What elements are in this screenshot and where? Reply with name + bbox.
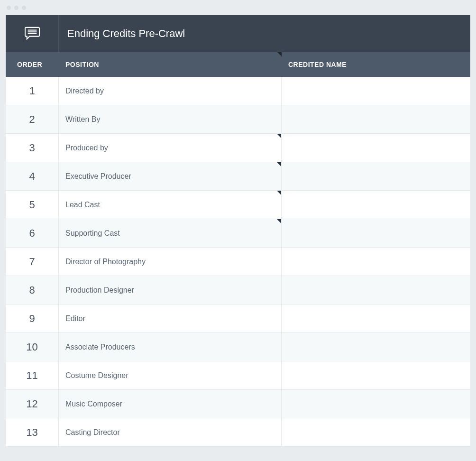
cell-credited-name[interactable] (282, 134, 470, 162)
table-row[interactable]: 12Music Composer (6, 390, 470, 418)
cell-position[interactable]: Lead Cast (59, 191, 282, 219)
table-body: 1Directed by2Written By3Produced by4Exec… (6, 77, 470, 447)
cell-order[interactable]: 11 (6, 361, 59, 389)
table-row[interactable]: 4Executive Producer (6, 162, 470, 191)
table-row[interactable]: 10Associate Producers (6, 333, 470, 361)
cell-order[interactable]: 6 (6, 219, 59, 247)
cell-order[interactable]: 10 (6, 333, 59, 361)
cell-order[interactable]: 2 (6, 105, 59, 133)
cell-credited-name[interactable] (282, 105, 470, 133)
column-header-credited-name[interactable]: CREDITED NAME (282, 52, 470, 77)
window-chrome (0, 0, 476, 15)
cell-order[interactable]: 8 (6, 276, 59, 304)
header-bar: Ending Credits Pre-Crawl (6, 15, 470, 52)
cell-credited-name[interactable] (282, 77, 470, 105)
window-close-dot[interactable] (7, 6, 11, 10)
cell-position[interactable]: Editor (59, 304, 282, 332)
cell-position[interactable]: Music Composer (59, 390, 282, 418)
table-row[interactable]: 1Directed by (6, 77, 470, 105)
cell-order[interactable]: 5 (6, 191, 59, 219)
column-header-position-label: POSITION (65, 61, 99, 68)
app-window: Ending Credits Pre-Crawl ORDER POSITION … (0, 0, 476, 461)
cell-credited-name[interactable] (282, 333, 470, 361)
cell-position[interactable]: Production Designer (59, 276, 282, 304)
table-row[interactable]: 6Supporting Cast (6, 219, 470, 248)
cell-credited-name[interactable] (282, 191, 470, 219)
table-row[interactable]: 7Director of Photography (6, 248, 470, 276)
cell-credited-name[interactable] (282, 390, 470, 418)
cell-credited-name[interactable] (282, 418, 470, 446)
cell-order[interactable]: 3 (6, 134, 59, 162)
column-header-order[interactable]: ORDER (6, 61, 59, 68)
cell-credited-name[interactable] (282, 361, 470, 389)
cell-order[interactable]: 13 (6, 418, 59, 446)
cell-credited-name[interactable] (282, 162, 470, 190)
cell-credited-name[interactable] (282, 276, 470, 304)
table-row[interactable]: 5Lead Cast (6, 191, 470, 219)
page-title: Ending Credits Pre-Crawl (59, 28, 185, 40)
cell-position[interactable]: Executive Producer (59, 162, 282, 190)
table-row[interactable]: 2Written By (6, 105, 470, 134)
cell-position[interactable]: Produced by (59, 134, 282, 162)
window-maximize-dot[interactable] (22, 6, 26, 10)
cell-position[interactable]: Costume Designer (59, 361, 282, 389)
column-header-position[interactable]: POSITION (59, 52, 282, 77)
cell-order[interactable]: 12 (6, 390, 59, 418)
cell-credited-name[interactable] (282, 304, 470, 332)
speech-bubble-icon (23, 27, 41, 41)
table-row[interactable]: 9Editor (6, 304, 470, 333)
cell-position[interactable]: Associate Producers (59, 333, 282, 361)
table-row[interactable]: 3Produced by (6, 134, 470, 162)
header-icon-cell (6, 15, 59, 52)
table-row[interactable]: 11Costume Designer (6, 361, 470, 390)
cell-credited-name[interactable] (282, 219, 470, 247)
cell-position[interactable]: Written By (59, 105, 282, 133)
cell-position[interactable]: Supporting Cast (59, 219, 282, 247)
cell-order[interactable]: 9 (6, 304, 59, 332)
cell-order[interactable]: 4 (6, 162, 59, 190)
content-area: Ending Credits Pre-Crawl ORDER POSITION … (0, 15, 476, 452)
table-row[interactable]: 13Casting Director (6, 418, 470, 447)
cell-position[interactable]: Director of Photography (59, 248, 282, 276)
cell-order[interactable]: 1 (6, 77, 59, 105)
column-header-row: ORDER POSITION CREDITED NAME (6, 52, 470, 77)
cell-credited-name[interactable] (282, 248, 470, 276)
cell-order[interactable]: 7 (6, 248, 59, 276)
cell-position[interactable]: Casting Director (59, 418, 282, 446)
window-minimize-dot[interactable] (14, 6, 18, 10)
table-row[interactable]: 8Production Designer (6, 276, 470, 304)
cell-position[interactable]: Directed by (59, 77, 282, 105)
